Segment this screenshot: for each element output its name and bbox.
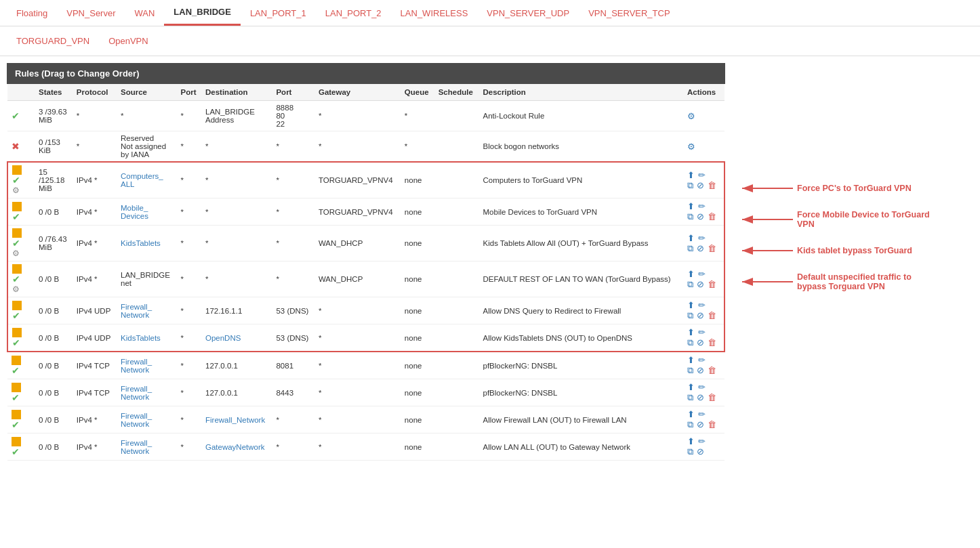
upload-action-icon[interactable]: ⬆ xyxy=(687,269,695,279)
delete-action-icon[interactable]: 🗑 xyxy=(708,419,716,429)
source-link[interactable]: Firewall_Network xyxy=(121,412,152,428)
source-cell: KidsTablets xyxy=(117,324,176,352)
block-action-icon[interactable]: ⊘ xyxy=(697,180,704,190)
delete-action-icon[interactable]: 🗑 xyxy=(708,211,716,222)
tab-lan-wireless[interactable]: LAN_WIRELESS xyxy=(391,1,478,25)
copy-action-icon[interactable]: ⧉ xyxy=(687,365,693,375)
source-link[interactable]: Firewall_Network xyxy=(121,303,152,319)
copy-action-icon[interactable]: ⧉ xyxy=(687,419,693,429)
source-link[interactable]: Firewall_Network xyxy=(121,385,152,401)
copy-action-icon[interactable]: ⧉ xyxy=(687,211,693,222)
delete-action-icon[interactable]: 🗑 xyxy=(708,392,716,402)
delete-action-icon[interactable]: 🗑 xyxy=(708,310,716,320)
col-destination: Destination xyxy=(201,84,272,101)
tab-openvpn[interactable]: OpenVPN xyxy=(99,29,158,53)
source-link[interactable]: Firewall_Network xyxy=(121,439,152,455)
queue-cell: none xyxy=(401,297,434,324)
row-icon-cell: ✔ ⚙ xyxy=(7,226,35,261)
copy-action-icon[interactable]: ⧉ xyxy=(687,243,693,253)
col-queue: Queue xyxy=(401,84,434,101)
upload-action-icon[interactable]: ⬆ xyxy=(687,436,695,446)
delete-action-icon[interactable]: 🗑 xyxy=(708,243,716,253)
dest-link[interactable]: GatewayNetwork xyxy=(205,443,265,451)
annotation-text-1: Force PC's to TorGuard VPN xyxy=(797,184,912,193)
tab-vpn-server[interactable]: VPN_Server xyxy=(57,1,125,25)
edit-action-icon[interactable]: ✏ xyxy=(698,409,706,419)
edit-action-icon[interactable]: ✏ xyxy=(698,382,706,392)
schedule-cell xyxy=(434,297,479,324)
col-protocol: Protocol xyxy=(73,84,117,101)
destination-cell: 127.0.0.1 xyxy=(201,379,272,406)
dest-link[interactable]: Firewall_Network xyxy=(205,416,265,424)
copy-action-icon[interactable]: ⧉ xyxy=(687,279,693,289)
edit-action-icon[interactable]: ✏ xyxy=(698,436,706,446)
block-action-icon[interactable]: ⊘ xyxy=(697,243,704,253)
tab-floating[interactable]: Floating xyxy=(7,1,57,25)
gear-action-icon[interactable]: ⚙ xyxy=(687,111,695,121)
block-action-icon[interactable]: ⊘ xyxy=(697,446,704,457)
block-action-icon[interactable]: ⊘ xyxy=(697,279,704,289)
tab-vpn-server-tcp[interactable]: VPN_SERVER_TCP xyxy=(579,1,679,25)
gateway-cell: * xyxy=(314,434,401,461)
upload-action-icon[interactable]: ⬆ xyxy=(687,382,695,392)
delete-action-icon[interactable]: 🗑 xyxy=(708,337,716,347)
source-link[interactable]: Computers_ALL xyxy=(121,172,163,188)
tab-lan-port-1[interactable]: LAN_PORT_1 xyxy=(241,1,316,25)
edit-action-icon[interactable]: ✏ xyxy=(698,233,706,243)
description-cell: pfBlockerNG: DNSBL xyxy=(479,379,684,406)
block-action-icon[interactable]: ⊘ xyxy=(697,365,704,375)
check-icon: ✔ xyxy=(12,337,20,348)
copy-action-icon[interactable]: ⧉ xyxy=(687,446,693,457)
description-cell: Allow Firewall LAN (OUT) to Firewall LAN xyxy=(479,406,684,434)
description-cell: Anti-Lockout Rule xyxy=(479,101,684,131)
edit-action-icon[interactable]: ✏ xyxy=(698,300,706,310)
block-action-icon[interactable]: ⊘ xyxy=(697,392,704,402)
source-cell: Firewall_Network xyxy=(117,297,176,324)
tab-torguard-vpn[interactable]: TORGUARD_VPN xyxy=(7,29,99,53)
row-icon-cell: ✔ xyxy=(7,352,35,379)
upload-action-icon[interactable]: ⬆ xyxy=(687,170,695,180)
tab-lan-port-2[interactable]: LAN_PORT_2 xyxy=(316,1,391,25)
edit-action-icon[interactable]: ✏ xyxy=(698,170,706,180)
edit-action-icon[interactable]: ✏ xyxy=(698,327,706,337)
block-action-icon[interactable]: ⊘ xyxy=(697,310,704,320)
upload-action-icon[interactable]: ⬆ xyxy=(687,201,695,211)
actions-cell: ⬆ ✏ ⧉ ⊘ 🗑 xyxy=(683,324,724,352)
block-action-icon[interactable]: ⊘ xyxy=(697,337,704,347)
source-cell: Firewall_Network xyxy=(117,379,176,406)
source-link[interactable]: Firewall_Network xyxy=(121,358,152,374)
port-cell: * xyxy=(177,379,201,406)
source-link[interactable]: KidsTablets xyxy=(121,334,161,342)
source-link[interactable]: KidsTablets xyxy=(121,239,161,247)
edit-action-icon[interactable]: ✏ xyxy=(698,355,706,365)
delete-action-icon[interactable]: 🗑 xyxy=(708,365,716,375)
tab-vpn-server-udp[interactable]: VPN_SERVER_UDP xyxy=(477,1,579,25)
upload-action-icon[interactable]: ⬆ xyxy=(687,355,695,365)
block-action-icon[interactable]: ⊘ xyxy=(697,419,704,429)
copy-action-icon[interactable]: ⧉ xyxy=(687,392,693,402)
orange-square-icon xyxy=(12,410,21,419)
tab-lan-bridge[interactable]: LAN_BRIDGE xyxy=(164,0,241,26)
delete-action-icon[interactable]: 🗑 xyxy=(708,279,716,289)
block-action-icon[interactable]: ⊘ xyxy=(697,211,704,222)
upload-action-icon[interactable]: ⬆ xyxy=(687,327,695,337)
tab-wan[interactable]: WAN xyxy=(125,1,165,25)
states-cell: 0 /0 B xyxy=(35,434,73,461)
description-cell: Allow DNS Query to Redirect to Firewall xyxy=(479,297,684,324)
upload-action-icon[interactable]: ⬆ xyxy=(687,300,695,310)
dest-link[interactable]: OpenDNS xyxy=(205,334,241,342)
copy-action-icon[interactable]: ⧉ xyxy=(687,310,693,320)
check-icon: ✔ xyxy=(12,211,20,222)
edit-action-icon[interactable]: ✏ xyxy=(698,269,706,279)
copy-action-icon[interactable]: ⧉ xyxy=(687,337,693,347)
source-link[interactable]: Mobile_Devices xyxy=(121,204,148,220)
upload-action-icon[interactable]: ⬆ xyxy=(687,233,695,243)
copy-action-icon[interactable]: ⧉ xyxy=(687,180,693,190)
row-icon-cell: ✔ xyxy=(7,324,35,352)
protocol-cell: IPv4 * xyxy=(73,226,117,261)
upload-action-icon[interactable]: ⬆ xyxy=(687,409,695,419)
delete-action-icon[interactable]: 🗑 xyxy=(708,180,716,190)
edit-action-icon[interactable]: ✏ xyxy=(698,201,706,211)
gear-action-icon[interactable]: ⚙ xyxy=(687,142,695,152)
schedule-cell xyxy=(434,434,479,461)
